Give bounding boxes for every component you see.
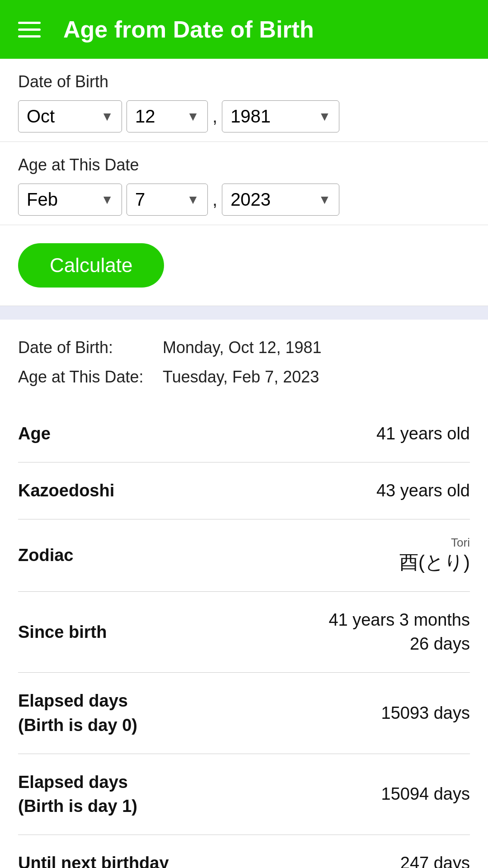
dob-month-select[interactable]: Oct ▼ <box>18 100 122 132</box>
result-row-kazoedoshi: Kazoedoshi 43 years old <box>18 462 470 519</box>
age-month-chevron: ▼ <box>101 193 113 207</box>
calculate-button[interactable]: Calculate <box>18 243 164 288</box>
age-row-label: Age <box>18 422 51 446</box>
age-row-value: 41 years old <box>376 422 470 446</box>
dob-label: Date of Birth <box>18 72 470 91</box>
next-birthday-value: 247 days <box>400 851 470 868</box>
zodiac-row-value: Tori 酉(とり) <box>399 536 470 575</box>
age-year-select[interactable]: 2023 ▼ <box>222 184 339 216</box>
age-date-result-value: Tuesday, Feb 7, 2023 <box>163 363 319 392</box>
next-birthday-label: Until next birthday <box>18 851 169 868</box>
app-title: Age from Date of Birth <box>63 16 314 43</box>
zodiac-row-label: Zodiac <box>18 543 73 567</box>
dob-date-row: Oct ▼ 12 ▼ , 1981 ▼ <box>18 100 470 132</box>
results-divider <box>0 306 488 320</box>
dob-comma: , <box>212 106 217 127</box>
kazoedoshi-row-label: Kazoedoshi <box>18 479 114 503</box>
date-summary: Date of Birth: Monday, Oct 12, 1981 Age … <box>18 333 470 392</box>
result-row-next-birthday: Until next birthday 247 days <box>18 835 470 868</box>
age-year-chevron: ▼ <box>318 193 331 207</box>
app-header: Age from Date of Birth <box>0 0 488 59</box>
age-day-chevron: ▼ <box>187 193 199 207</box>
age-day-select[interactable]: 7 ▼ <box>127 184 208 216</box>
result-row-elapsed-day1: Elapsed days(Birth is day 1) 15094 days <box>18 754 470 835</box>
tori-label: Tori <box>451 536 470 550</box>
result-row-zodiac: Zodiac Tori 酉(とり) <box>18 519 470 592</box>
elapsed-day0-label: Elapsed days(Birth is day 0) <box>18 689 137 737</box>
calculate-section: Calculate <box>0 225 488 306</box>
result-row-since-birth: Since birth 41 years 3 months26 days <box>18 592 470 673</box>
results-section: Date of Birth: Monday, Oct 12, 1981 Age … <box>0 306 488 868</box>
dob-summary-row: Date of Birth: Monday, Oct 12, 1981 <box>18 333 470 363</box>
dob-year-chevron: ▼ <box>318 109 331 124</box>
dob-year-select[interactable]: 1981 ▼ <box>222 100 339 132</box>
age-date-section: Age at This Date Feb ▼ 7 ▼ , 2023 ▼ <box>0 142 488 225</box>
zodiac-kanji: 酉(とり) <box>399 550 470 575</box>
since-birth-value: 41 years 3 months26 days <box>328 608 470 656</box>
dob-day-chevron: ▼ <box>187 109 199 124</box>
dob-day-select[interactable]: 12 ▼ <box>127 100 208 132</box>
kazoedoshi-row-value: 43 years old <box>376 479 470 503</box>
result-row-age: Age 41 years old <box>18 406 470 462</box>
age-date-label: Age at This Date <box>18 156 470 175</box>
dob-result-label: Date of Birth: <box>18 333 158 363</box>
result-row-elapsed-day0: Elapsed days(Birth is day 0) 15093 days <box>18 673 470 754</box>
age-date-result-label: Age at This Date: <box>18 363 158 392</box>
elapsed-day1-label: Elapsed days(Birth is day 1) <box>18 770 137 818</box>
age-month-select[interactable]: Feb ▼ <box>18 184 122 216</box>
dob-section: Date of Birth Oct ▼ 12 ▼ , 1981 ▼ <box>0 59 488 142</box>
dob-month-chevron: ▼ <box>101 109 113 124</box>
age-date-row: Feb ▼ 7 ▼ , 2023 ▼ <box>18 184 470 216</box>
age-date-summary-row: Age at This Date: Tuesday, Feb 7, 2023 <box>18 363 470 392</box>
dob-result-value: Monday, Oct 12, 1981 <box>163 333 322 363</box>
since-birth-label: Since birth <box>18 620 107 644</box>
elapsed-day1-value: 15094 days <box>381 782 470 806</box>
age-comma: , <box>212 189 217 210</box>
elapsed-day0-value: 15093 days <box>381 701 470 725</box>
hamburger-menu-button[interactable] <box>18 22 41 38</box>
